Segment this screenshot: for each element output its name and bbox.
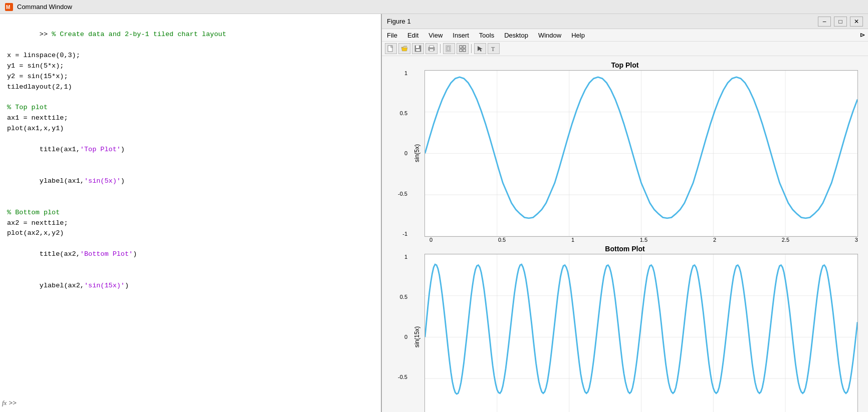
- cmd-line-13: plot(ax2,x,y2): [7, 228, 374, 239]
- bottom-plot-title: Bottom Plot: [392, 245, 858, 253]
- cmd-line-12: ax2 = nexttile;: [7, 218, 374, 229]
- top-xtick-15: 1.5: [640, 237, 647, 243]
- top-ylabel-container: sin(5x): [409, 70, 424, 237]
- bottom-ylabel: sin(15x): [413, 326, 420, 348]
- tb-cursor-button[interactable]: [474, 43, 486, 54]
- bottom-chart: [424, 254, 858, 412]
- top-chart: [424, 70, 858, 237]
- bottom-y-ticks: 1 0.5 0 -0.5 -1: [392, 254, 409, 412]
- bot-ytick-2: 0.5: [400, 294, 407, 300]
- window-controls: – □ ✕: [818, 17, 863, 27]
- cmd-line-9: title(ax1,'Top Plot'): [7, 134, 374, 166]
- bottom-plot-inner: 1 0.5 0 -0.5 -1 sin(15x): [392, 254, 858, 412]
- close-button[interactable]: ✕: [850, 17, 863, 27]
- cmd-prompt-area: fx >>: [2, 399, 17, 407]
- minimize-button[interactable]: –: [818, 17, 831, 27]
- command-window: >> % Create data and 2-by-1 tiled chart …: [0, 14, 381, 412]
- cmd-line-1: >> % Create data and 2-by-1 tiled chart …: [7, 19, 374, 51]
- svg-rect-11: [447, 47, 450, 51]
- menu-view[interactable]: View: [426, 31, 445, 40]
- cmd-cursor: >>: [9, 399, 17, 407]
- menu-insert[interactable]: Insert: [451, 31, 471, 40]
- figure-titlebar: Figure 1 – □ ✕: [382, 14, 868, 29]
- cmd-line-blank2: [7, 197, 374, 208]
- top-xtick-3: 3: [855, 237, 858, 243]
- svg-rect-9: [429, 49, 433, 51]
- maximize-button[interactable]: □: [834, 17, 847, 27]
- top-ylabel: sin(5x): [413, 144, 420, 162]
- figure-title: Figure 1: [387, 18, 411, 25]
- top-y-ticks: 1 0.5 0 -0.5 -1: [392, 70, 409, 237]
- fx-label: fx: [2, 399, 7, 407]
- bot-ytick-1: 1: [404, 254, 407, 260]
- toolbar-separator-1: [440, 44, 441, 53]
- top-xtick-25: 2.5: [782, 237, 789, 243]
- top-plot-area: Top Plot 1 0.5 0 -0.5 -1 sin(5x): [392, 61, 858, 243]
- figure-window: Figure 1 – □ ✕ File Edit View Insert Too…: [381, 14, 868, 412]
- top-xtick-05: 0.5: [498, 237, 506, 243]
- svg-rect-15: [463, 49, 466, 52]
- tb-text-button[interactable]: T: [488, 43, 500, 54]
- top-ytick-5: -1: [402, 231, 407, 237]
- tb-print-button[interactable]: [425, 43, 438, 54]
- tb-open-button[interactable]: [398, 43, 410, 54]
- menu-desktop[interactable]: Desktop: [502, 31, 530, 40]
- menu-window[interactable]: Window: [536, 31, 563, 40]
- titlebar-text: Command Window: [17, 3, 72, 11]
- svg-text:T: T: [491, 46, 495, 52]
- menu-file[interactable]: File: [385, 31, 399, 40]
- cmd-line-4: y2 = sin(15*x);: [7, 72, 374, 82]
- titlebar: M Command Window: [0, 0, 868, 14]
- svg-rect-13: [463, 46, 466, 48]
- cmd-line-10: ylabel(ax1,'sin(5x)'): [7, 166, 374, 197]
- cmd-line-7: ax1 = nexttile;: [7, 113, 374, 124]
- top-plot-svg: [425, 71, 857, 236]
- top-ytick-1: 1: [404, 70, 407, 76]
- bottom-plot-svg: [425, 254, 857, 412]
- top-xtick-2: 2: [713, 237, 716, 243]
- cmd-line-15: ylabel(ax2,'sin(15x)'): [7, 270, 374, 302]
- bot-ytick-3: 0: [404, 334, 407, 340]
- top-ytick-2: 0.5: [400, 110, 407, 116]
- toolbar-separator-2: [471, 44, 472, 53]
- cmd-line-6: % Top plot: [7, 103, 374, 113]
- bottom-plot-area: Bottom Plot 1 0.5 0 -0.5 -1 sin(15x): [392, 245, 858, 412]
- figure-toolbar: T: [382, 42, 868, 56]
- svg-rect-6: [416, 49, 420, 51]
- top-plot-title: Top Plot: [392, 61, 858, 69]
- dock-button[interactable]: ⊳: [860, 30, 865, 40]
- svg-rect-5: [416, 46, 419, 48]
- top-xtick-1: 1: [571, 237, 574, 243]
- bottom-ylabel-container: sin(15x): [409, 254, 424, 412]
- menu-tools[interactable]: Tools: [477, 31, 496, 40]
- svg-rect-8: [429, 46, 433, 48]
- figure-content: Top Plot 1 0.5 0 -0.5 -1 sin(5x): [382, 56, 868, 412]
- matlab-icon: M: [5, 3, 13, 11]
- bot-ytick-4: -0.5: [398, 374, 407, 380]
- figure-menubar: File Edit View Insert Tools Desktop Wind…: [382, 29, 868, 42]
- menu-help[interactable]: Help: [569, 31, 587, 40]
- cmd-line-11: % Bottom plot: [7, 208, 374, 218]
- code-block: >> % Create data and 2-by-1 tiled chart …: [7, 19, 374, 302]
- cmd-line-blank1: [7, 92, 374, 103]
- svg-rect-12: [460, 46, 462, 48]
- top-x-ticks: 0 0.5 1 1.5 2 2.5 3: [392, 237, 858, 243]
- top-ytick-3: 0: [404, 150, 407, 156]
- cmd-line-5: tiledlayout(2,1): [7, 82, 374, 93]
- tb-new-button[interactable]: [385, 43, 397, 54]
- tb-zoom-button[interactable]: [443, 43, 455, 54]
- cmd-line-8: plot(ax1,x,y1): [7, 124, 374, 134]
- top-xtick-0: 0: [429, 237, 432, 243]
- cmd-line-3: y1 = sin(5*x);: [7, 61, 374, 72]
- svg-rect-14: [460, 49, 462, 52]
- top-ytick-4: -0.5: [398, 191, 407, 197]
- svg-text:M: M: [6, 5, 10, 10]
- cmd-line-2: x = linspace(0,3);: [7, 51, 374, 61]
- svg-marker-16: [478, 46, 483, 52]
- top-plot-inner: 1 0.5 0 -0.5 -1 sin(5x): [392, 70, 858, 237]
- menu-edit[interactable]: Edit: [405, 31, 420, 40]
- tb-save-button[interactable]: [412, 43, 424, 54]
- cmd-line-14: title(ax2,'Bottom Plot'): [7, 239, 374, 270]
- tb-grid-button[interactable]: [457, 43, 469, 54]
